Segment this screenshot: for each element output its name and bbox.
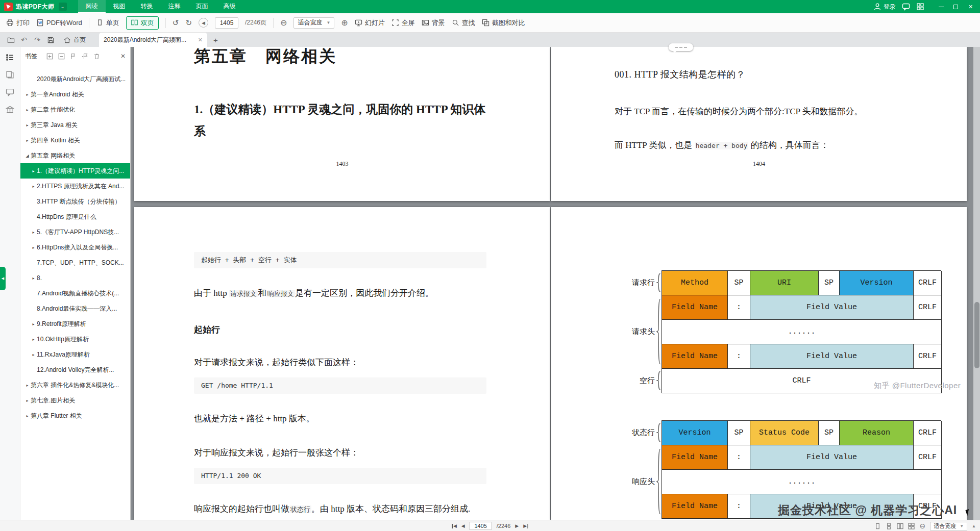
bookmark-item[interactable]: ▸5.《客厅TV-APP HttpDNS技... (20, 224, 130, 240)
bookmark-item[interactable]: ▸第七章.图片相关 (20, 393, 130, 408)
tree-expanded-icon[interactable]: ◢ (24, 154, 31, 158)
library-panel-icon[interactable] (6, 105, 14, 114)
bookmark-item[interactable]: 7.Android视频直播核心技术(... (20, 286, 130, 301)
zoom-out-button[interactable]: ⊖ (919, 522, 925, 529)
menubar-item[interactable]: 高级 (216, 0, 243, 13)
tree-collapsed-icon[interactable]: ▸ (30, 230, 37, 235)
tree-collapsed-icon[interactable]: ▸ (30, 184, 37, 189)
close-panel-icon[interactable]: ✕ (120, 53, 126, 60)
tree-collapsed-icon[interactable]: ▸ (24, 108, 31, 112)
view-continuous-icon[interactable] (886, 523, 892, 529)
pdf-to-word-button[interactable]: W PDF转Word (36, 18, 82, 28)
add-bookmark-icon[interactable] (70, 53, 77, 60)
collapse-all-icon[interactable] (58, 53, 65, 60)
menubar-item[interactable]: 页面 (188, 0, 216, 13)
view-facing-continuous-icon[interactable] (908, 523, 915, 529)
bookmark-item[interactable]: ▸第一章Android 相关 (20, 87, 130, 102)
bookmark-item[interactable]: 2020最新Android大厂高频面试... (20, 71, 130, 87)
last-page-button[interactable]: ▶ (523, 523, 528, 528)
menubar-item[interactable]: 注释 (161, 0, 188, 13)
bookmark-item[interactable]: 8.Android最佳实践——深入... (20, 301, 130, 316)
home-tab[interactable]: 首页 (57, 36, 92, 44)
fullscreen-button[interactable]: 全屏 (391, 18, 415, 28)
bookmark-item[interactable]: ▸11.RxJava原理解析 (20, 347, 130, 362)
menubar-item[interactable]: 视图 (106, 0, 133, 13)
save-button[interactable] (44, 33, 57, 47)
prev-page-button[interactable]: ◀ (461, 523, 465, 528)
zoom-mode-dropdown[interactable]: 适合宽度 ▼ (293, 17, 334, 29)
tree-collapsed-icon[interactable]: ▸ (24, 414, 31, 418)
tree-collapsed-icon[interactable]: ▸ (24, 123, 31, 128)
remove-bookmark-icon[interactable] (82, 53, 88, 60)
tree-collapsed-icon[interactable]: ▸ (24, 398, 31, 403)
first-page-button[interactable]: ◀ (452, 523, 456, 528)
document-tab[interactable]: 2020最新Android大厂高频面... ✕ (99, 33, 207, 47)
slideshow-button[interactable]: 幻灯片 (355, 18, 385, 28)
find-button[interactable]: 查找 (452, 18, 475, 28)
single-page-button[interactable]: 单页 (96, 18, 119, 28)
scrollbar-thumb[interactable] (974, 302, 979, 368)
chevron-up-icon[interactable]: ▲ (972, 524, 976, 528)
feedback-icon[interactable] (902, 3, 910, 11)
delete-bookmark-icon[interactable] (93, 53, 100, 60)
bookmark-item[interactable]: ▸10.OkHttp原理解析 (20, 332, 130, 347)
close-button[interactable]: ✕ (963, 0, 978, 13)
bookmark-item[interactable]: 4.HttpDns 原理是什么 (20, 209, 130, 224)
bookmark-item[interactable]: ▸9.Retrofit原理解析 (20, 316, 130, 332)
bookmark-item[interactable]: ▸1.（建议精读）HTTP灵魂之问... (20, 163, 130, 179)
double-page-button[interactable]: 双页 (126, 16, 159, 30)
apps-grid-icon[interactable] (916, 3, 924, 11)
tree-collapsed-icon[interactable]: ▸ (30, 245, 37, 250)
bookmark-item[interactable]: ▸8. (20, 270, 130, 286)
screenshot-compare-button[interactable]: 截图和对比 (482, 18, 525, 28)
menubar-item[interactable]: 转换 (133, 0, 161, 13)
thumbnails-panel-icon[interactable] (6, 70, 14, 79)
tree-collapsed-icon[interactable]: ▸ (30, 352, 37, 357)
next-page-button[interactable]: ▶ (515, 523, 519, 528)
tree-collapsed-icon[interactable]: ▸ (30, 169, 37, 173)
minimize-button[interactable] (934, 0, 948, 13)
tree-collapsed-icon[interactable]: ▸ (24, 138, 31, 143)
bookmark-item[interactable]: ▸第八章 Flutter 相关 (20, 408, 130, 423)
maximize-button[interactable] (948, 0, 963, 13)
outline-panel-icon[interactable] (6, 53, 14, 62)
comments-panel-icon[interactable] (6, 88, 14, 96)
view-single-icon[interactable] (874, 523, 881, 529)
undo-button[interactable]: ↶ (17, 33, 31, 47)
app-logo[interactable]: 迅读PDF大师 ⌄ (0, 3, 70, 11)
bookmark-item[interactable]: ▸第二章 性能优化 (20, 102, 130, 117)
page-number-input[interactable] (470, 522, 492, 530)
menubar-item[interactable]: 阅读 (78, 0, 106, 13)
tree-collapsed-icon[interactable]: ▸ (24, 383, 31, 388)
prev-page-button[interactable]: ◀ (199, 18, 208, 28)
tab-close-icon[interactable]: ✕ (198, 37, 203, 43)
print-button[interactable]: 打印 (6, 18, 30, 28)
zoom-in-button[interactable]: ⊕ (341, 19, 348, 27)
login-button[interactable]: 登录 (873, 3, 896, 11)
redo-button[interactable]: ↷ (31, 33, 44, 47)
rotate-left-icon[interactable]: ↺ (173, 18, 179, 28)
open-file-button[interactable] (4, 33, 17, 47)
bookmark-item[interactable]: 7.TCP、UDP、HTTP、SOCK... (20, 255, 130, 270)
new-tab-button[interactable]: + (213, 36, 218, 44)
collapse-panel-handle[interactable]: ◀ (0, 267, 6, 290)
view-facing-icon[interactable] (897, 523, 903, 529)
expand-all-icon[interactable] (46, 53, 53, 60)
tree-collapsed-icon[interactable]: ▸ (30, 322, 37, 326)
tree-collapsed-icon[interactable]: ▸ (30, 276, 37, 281)
background-button[interactable]: 背景 (422, 18, 445, 28)
floating-toolbar[interactable] (669, 43, 693, 51)
bookmark-item[interactable]: 3.HTTP 断点续传（分块传输） (20, 194, 130, 209)
bookmark-item[interactable]: ◢第五章 网络相关 (20, 148, 130, 163)
tree-collapsed-icon[interactable]: ▸ (24, 92, 31, 97)
bookmark-item[interactable]: ▸6.HttpDns接入以及全局替换... (20, 240, 130, 255)
rotate-right-icon[interactable]: ↻ (185, 18, 192, 28)
bookmark-item[interactable]: ▸第六章 插件化&热修复&模块化... (20, 377, 130, 393)
zoom-mode-dropdown[interactable]: 适合宽度 ▼ (930, 522, 967, 530)
bookmark-item[interactable]: ▸第三章 Java 相关 (20, 117, 130, 133)
vertical-scrollbar[interactable] (973, 47, 980, 520)
bookmark-item[interactable]: ▸2.HTTPS 原理浅析及其在 And... (20, 179, 130, 194)
bookmark-item[interactable]: 12.Android Volley完全解析... (20, 362, 130, 377)
document-view[interactable]: 第五章 网络相关 1.（建议精读）HTTP 灵魂之问，巩固你的 HTTP 知识体… (131, 47, 980, 520)
chevron-down-icon[interactable]: ⌄ (59, 3, 67, 11)
